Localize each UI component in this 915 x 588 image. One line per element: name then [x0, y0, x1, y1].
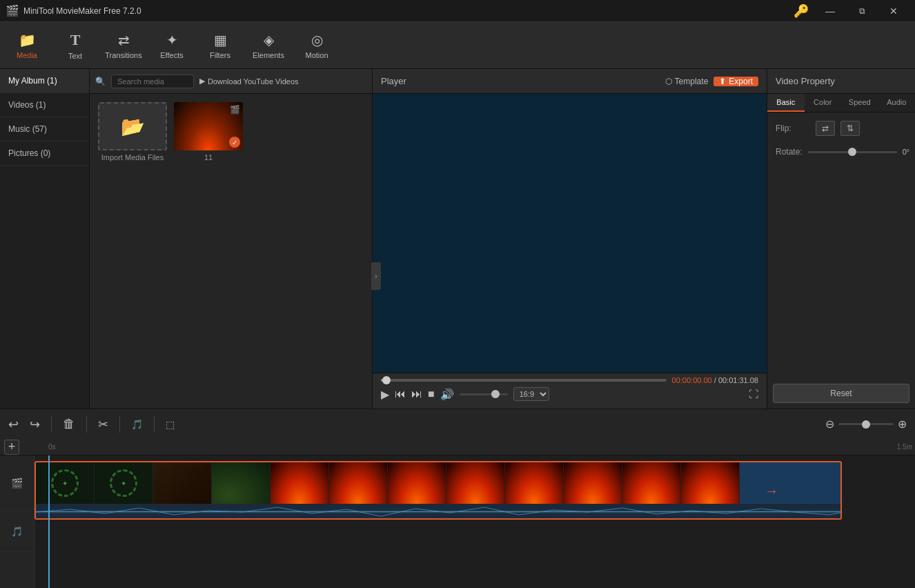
frame-fire-2 [329, 462, 388, 504]
audio-track-label: 🎵 [0, 511, 34, 552]
stop-button[interactable]: ■ [428, 388, 435, 400]
frame-fire-3 [388, 462, 446, 504]
toolbar-media[interactable]: 📁 Media [3, 23, 51, 68]
elements-label: Elements [253, 51, 284, 59]
ruler-area: 0s 1.5m [35, 439, 915, 455]
player-area: Player ⬡ Template ⬆ Export 00:00:00.00 [373, 69, 767, 409]
frame-christmas-1: ✦ [36, 462, 95, 504]
toolbar-elements[interactable]: ◈ Elements [244, 23, 293, 68]
zoom-slider[interactable] [838, 423, 894, 425]
import-media-label: Import Media Files [98, 153, 167, 161]
step-forward-button[interactable]: ⏭ [411, 388, 422, 400]
time-current: 00:00:00.00 [672, 376, 712, 384]
download-youtube-button[interactable]: ▶ Download YouTube Videos [199, 77, 299, 86]
progress-bar[interactable] [381, 379, 667, 382]
undo-button[interactable]: ↩ [8, 417, 19, 432]
toolbar-motion[interactable]: ◎ Motion [293, 23, 341, 68]
motion-icon: ◎ [311, 32, 323, 48]
video-track-icon: 🎬 [11, 478, 23, 489]
filters-label: Filters [210, 51, 230, 59]
template-icon: ⬡ [665, 77, 672, 86]
playhead[interactable] [48, 455, 50, 588]
rotate-label: Rotate: [776, 147, 803, 157]
effects-label: Effects [160, 51, 183, 59]
ruler-mark-end: 1.5m [897, 443, 912, 451]
frame-christmas-2: ✦ [95, 462, 153, 504]
close-button[interactable]: ✕ [878, 0, 909, 22]
fullscreen-button[interactable]: ⛶ [749, 389, 758, 400]
sidebar-item-pictures[interactable]: Pictures (0) [0, 141, 89, 166]
video-clip-label: 11 [174, 153, 243, 161]
player-header: Player ⬡ Template ⬆ Export [373, 69, 767, 94]
toolbar-transitions[interactable]: ⇄ Transitions [99, 23, 148, 68]
export-icon: ⬆ [719, 77, 726, 86]
ruler-mark-0s: 0s [48, 443, 56, 451]
tab-color[interactable]: Color [805, 94, 842, 112]
app-title: MiniTool MovieMaker Free 7.2.0 [23, 6, 141, 16]
video-clip-thumb[interactable]: 🎬 ✓ [174, 102, 243, 150]
aspect-ratio-select[interactable]: 16:9 9:16 1:1 4:3 [513, 387, 549, 401]
add-media-button[interactable]: + [4, 440, 19, 455]
toolbar-filters[interactable]: ▦ Filters [196, 23, 244, 68]
panel-collapse-button[interactable]: › [371, 262, 381, 290]
tab-audio[interactable]: Audio [878, 94, 916, 112]
export-button[interactable]: ⬆ Export [714, 77, 758, 86]
audio-track-icon: 🎵 [11, 526, 23, 537]
red-arrow-2: → [765, 482, 778, 498]
toolbar-text[interactable]: T Text [51, 23, 99, 68]
import-media-item[interactable]: 📂 Import Media Files [98, 102, 167, 161]
video-track: 1.5m ↔ → → ✦ [35, 461, 915, 530]
crop-button[interactable]: ⬚ [166, 419, 175, 430]
media-grid: 📂 Import Media Files 🎬 ✓ 11 [90, 94, 372, 409]
volume-slider[interactable] [460, 393, 508, 395]
timeline-tracks: 🎬 🎵 1.5m ↔ → [0, 455, 915, 588]
transitions-icon: ⇄ [118, 32, 130, 48]
cut-button[interactable]: ✂ [98, 417, 108, 432]
time-display: 00:00:00.00 / 00:01:31.08 [672, 376, 758, 384]
media-toolbar: 🔍 ▶ Download YouTube Videos [90, 69, 372, 94]
step-back-button[interactable]: ⏮ [395, 388, 406, 400]
timeline-controls: ↩ ↪ 🗑 ✂ 🎵 ⬚ ⊖ ⊕ [0, 409, 915, 439]
sidebar-item-music[interactable]: Music (57) [0, 117, 89, 141]
clip-frames: ✦ ✦ [36, 462, 840, 504]
detach-audio-button[interactable]: 🎵 [131, 419, 143, 430]
sidebar-item-my-album[interactable]: My Album (1) [0, 69, 89, 93]
video-clip-item[interactable]: 🎬 ✓ 11 [174, 102, 243, 161]
property-content: Flip: ⇄ ⇅ Rotate: 0° [767, 112, 915, 378]
video-clip[interactable]: 1.5m ↔ → → ✦ [35, 461, 842, 520]
main-area: My Album (1) Videos (1) Music (57) Pictu… [0, 69, 915, 409]
tl-divider-2 [86, 416, 87, 433]
delete-button[interactable]: 🗑 [63, 417, 75, 431]
zoom-in-button[interactable]: ⊕ [898, 418, 907, 431]
rotate-value: 0° [903, 148, 910, 156]
zoom-control: ⊖ ⊕ [825, 418, 907, 431]
player-title: Player [381, 76, 660, 86]
player-video [373, 94, 767, 373]
track-content: 1.5m ↔ → → ✦ [35, 455, 915, 588]
zoom-out-button[interactable]: ⊖ [825, 418, 834, 431]
search-input[interactable] [111, 75, 194, 88]
selected-badge: ✓ [229, 137, 240, 148]
import-media-thumb[interactable]: 📂 [98, 102, 167, 150]
flip-vertical-button[interactable]: ⇅ [840, 121, 860, 136]
template-label: Template [675, 77, 709, 86]
track-labels: 🎬 🎵 [0, 455, 35, 588]
toolbar-effects[interactable]: ✦ Effects [148, 23, 196, 68]
frame-xmas-4 [212, 462, 270, 504]
tab-speed[interactable]: Speed [841, 94, 878, 112]
rotate-slider[interactable] [808, 151, 897, 153]
play-button[interactable]: ▶ [381, 388, 389, 401]
effects-icon: ✦ [166, 32, 178, 48]
restore-button[interactable]: ⧉ [846, 0, 878, 22]
tab-basic[interactable]: Basic [767, 94, 805, 112]
template-button[interactable]: ⬡ Template [660, 77, 714, 86]
reset-button[interactable]: Reset [773, 384, 909, 403]
sidebar-item-videos[interactable]: Videos (1) [0, 93, 89, 117]
minimize-button[interactable]: — [814, 0, 846, 22]
flip-horizontal-button[interactable]: ⇄ [816, 121, 835, 136]
redo-button[interactable]: ↪ [30, 417, 40, 432]
right-panel: Video Property Basic Color Speed Audio F… [767, 69, 915, 409]
waveform-svg [36, 504, 840, 518]
playback-controls: ▶ ⏮ ⏭ ■ 🔊 16:9 9:16 1:1 4:3 ⛶ [381, 387, 758, 401]
volume-button[interactable]: 🔊 [440, 388, 454, 401]
